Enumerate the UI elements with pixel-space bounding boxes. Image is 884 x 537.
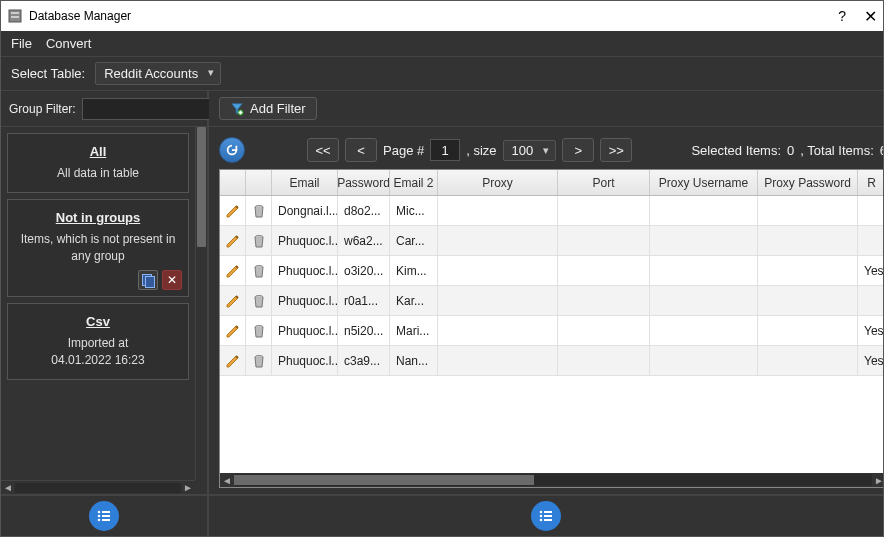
delete-group-button[interactable]: ✕ <box>162 270 182 290</box>
sidebar-vscrollbar[interactable] <box>195 127 207 480</box>
edit-row-button[interactable] <box>220 226 246 255</box>
scroll-left-icon[interactable]: ◄ <box>220 473 234 487</box>
scrollbar-track[interactable] <box>234 474 872 486</box>
col-email2[interactable]: Email 2 <box>390 170 438 195</box>
cell-password: w6a2... <box>338 226 390 255</box>
trash-icon <box>251 263 267 279</box>
menubar: File Convert <box>1 31 883 57</box>
svg-rect-11 <box>102 511 110 513</box>
scrollbar-thumb[interactable] <box>197 127 206 247</box>
refresh-button[interactable] <box>219 137 245 163</box>
menu-convert[interactable]: Convert <box>46 36 92 51</box>
page-number-input[interactable] <box>430 139 460 161</box>
group-card-all[interactable]: All All data in table <box>7 133 189 193</box>
data-grid: Email Password Email 2 Proxy Port Proxy … <box>219 169 883 488</box>
copy-icon <box>142 274 154 286</box>
grid-hscrollbar[interactable]: ◄ ► <box>220 473 883 487</box>
cell-email2: Mic... <box>390 196 438 225</box>
col-email[interactable]: Email <box>272 170 338 195</box>
delete-row-button[interactable] <box>246 286 272 315</box>
list-icon <box>538 508 554 524</box>
select-table-label: Select Table: <box>11 66 85 81</box>
table-row[interactable]: Phuquoc.l...o3i20...Kim...Yes <box>220 256 883 286</box>
col-proxy-username[interactable]: Proxy Username <box>650 170 758 195</box>
cell-email2: Nan... <box>390 346 438 375</box>
cell-proxy-password <box>758 316 858 345</box>
scrollbar-thumb[interactable] <box>234 475 534 485</box>
next-page-button[interactable]: > <box>562 138 594 162</box>
edit-row-button[interactable] <box>220 196 246 225</box>
scrollbar-track[interactable] <box>15 483 181 493</box>
col-edit[interactable] <box>220 170 246 195</box>
scroll-right-icon[interactable]: ► <box>872 473 883 487</box>
trash-icon <box>251 323 267 339</box>
cell-proxy-password <box>758 196 858 225</box>
delete-row-button[interactable] <box>246 196 272 225</box>
col-proxy[interactable]: Proxy <box>438 170 558 195</box>
sidebar-hscrollbar[interactable]: ◄ ► <box>1 480 195 494</box>
trash-icon <box>251 203 267 219</box>
cell-email: Phuquoc.l... <box>272 286 338 315</box>
page-size-select[interactable]: 100 <box>503 140 557 161</box>
table-row[interactable]: Phuquoc.l...r0a1...Kar... <box>220 286 883 316</box>
delete-row-button[interactable] <box>246 346 272 375</box>
content-menu-button[interactable] <box>531 501 561 531</box>
col-password[interactable]: Password <box>338 170 390 195</box>
col-proxy-password[interactable]: Proxy Password <box>758 170 858 195</box>
cell-r: Yes <box>858 316 883 345</box>
group-card-not-in-groups[interactable]: Not in groups Items, which is not presen… <box>7 199 189 298</box>
cell-password: c3a9... <box>338 346 390 375</box>
filter-bar: Add Filter <box>209 91 883 127</box>
cell-email2: Kar... <box>390 286 438 315</box>
cell-proxy-password <box>758 346 858 375</box>
svg-rect-17 <box>544 511 552 513</box>
cell-proxy-username <box>650 346 758 375</box>
edit-row-button[interactable] <box>220 346 246 375</box>
cell-proxy-password <box>758 226 858 255</box>
table-row[interactable]: Phuquoc.l...w6a2...Car... <box>220 226 883 256</box>
edit-row-button[interactable] <box>220 286 246 315</box>
group-title: Csv <box>16 314 180 329</box>
menu-file[interactable]: File <box>11 36 32 51</box>
table-select[interactable]: Reddit Accounts <box>95 62 221 85</box>
svg-rect-15 <box>102 519 110 521</box>
col-port[interactable]: Port <box>558 170 650 195</box>
delete-row-button[interactable] <box>246 316 272 345</box>
pencil-icon <box>225 323 241 339</box>
table-row[interactable]: Phuquoc.l...n5i20...Mari...Yes <box>220 316 883 346</box>
first-page-button[interactable]: << <box>307 138 339 162</box>
cell-proxy <box>438 226 558 255</box>
svg-point-16 <box>540 511 543 514</box>
cell-proxy-username <box>650 286 758 315</box>
delete-row-button[interactable] <box>246 226 272 255</box>
content-panel: Add Filter << < Page # , size 100 > >> <box>209 91 883 494</box>
cell-proxy <box>438 316 558 345</box>
group-card-csv[interactable]: Csv Imported at 04.01.2022 16:23 <box>7 303 189 380</box>
bottom-bar <box>1 494 883 536</box>
cell-email: Phuquoc.l... <box>272 346 338 375</box>
close-button[interactable]: ✕ <box>864 7 877 26</box>
edit-row-button[interactable] <box>220 316 246 345</box>
help-button[interactable]: ? <box>838 8 846 24</box>
cell-password: n5i20... <box>338 316 390 345</box>
page-label: Page # <box>383 143 424 158</box>
svg-point-20 <box>540 519 543 522</box>
table-row[interactable]: Phuquoc.l...c3a9...Nan...Yes <box>220 346 883 376</box>
funnel-icon <box>230 102 244 116</box>
delete-row-button[interactable] <box>246 256 272 285</box>
sidebar-menu-button[interactable] <box>89 501 119 531</box>
table-row[interactable]: Dongnai.l...d8o2...Mic... <box>220 196 883 226</box>
cell-r <box>858 286 883 315</box>
edit-row-button[interactable] <box>220 256 246 285</box>
selected-items-value: 0 <box>787 143 794 158</box>
grid-header: Email Password Email 2 Proxy Port Proxy … <box>220 170 883 196</box>
col-delete[interactable] <box>246 170 272 195</box>
scroll-left-icon[interactable]: ◄ <box>1 481 15 495</box>
col-r[interactable]: R <box>858 170 883 195</box>
pencil-icon <box>225 293 241 309</box>
last-page-button[interactable]: >> <box>600 138 632 162</box>
prev-page-button[interactable]: < <box>345 138 377 162</box>
scroll-right-icon[interactable]: ► <box>181 481 195 495</box>
add-filter-button[interactable]: Add Filter <box>219 97 317 120</box>
copy-group-button[interactable] <box>138 270 158 290</box>
